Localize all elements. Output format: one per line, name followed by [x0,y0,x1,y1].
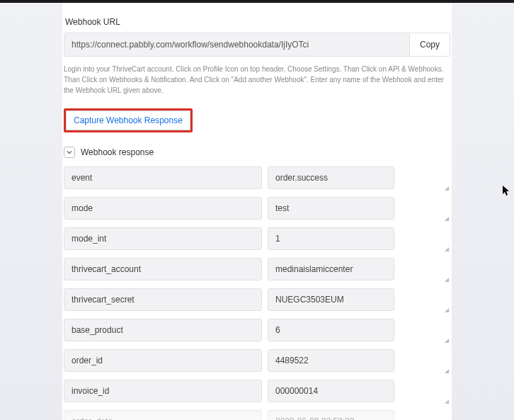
resize-handle-icon [443,368,449,373]
response-title: Webhook response [81,147,154,157]
webhook-url-label: Webhook URL [64,17,450,27]
resize-handle-icon [443,246,449,251]
field-row [64,410,450,420]
webhook-url-row: Copy [64,33,450,57]
field-key-input[interactable] [64,380,262,402]
field-value-input[interactable] [268,258,394,280]
field-key-input[interactable] [64,410,262,420]
field-key-input[interactable] [64,349,262,372]
chevron-down-icon [67,149,72,155]
resize-handle-icon [443,185,449,191]
field-key-input[interactable] [64,166,262,189]
field-value-wrap [268,380,450,405]
main-panel: Webhook URL Copy Login into your ThriveC… [62,3,452,420]
field-key-input[interactable] [64,227,262,250]
field-value-wrap [268,288,450,314]
resize-handle-icon [443,307,449,312]
capture-webhook-button[interactable]: Capture Webhook Response [66,110,190,130]
field-value-wrap [268,349,450,375]
response-fields-grid [64,166,450,420]
resize-handle-icon [443,337,449,343]
field-value-wrap [268,410,450,420]
field-row [64,197,450,222]
copy-button[interactable]: Copy [410,33,450,57]
field-key-input[interactable] [64,288,262,311]
resize-handle-icon [443,276,449,282]
field-key-input[interactable] [64,258,262,280]
response-header: Webhook response [64,147,450,158]
resize-handle-icon [443,398,449,404]
field-row [64,166,450,192]
capture-highlight: Capture Webhook Response [64,108,193,132]
field-row [64,258,450,283]
field-row [64,288,450,314]
field-value-wrap [268,319,450,344]
field-value-input[interactable] [268,319,394,341]
field-key-input[interactable] [64,197,262,220]
resize-handle-icon [443,215,449,221]
field-row [64,319,450,344]
field-value-input[interactable] [268,166,394,189]
field-key-input[interactable] [64,319,262,341]
field-row [64,227,450,253]
field-value-wrap [268,197,450,222]
field-value-wrap [268,166,450,192]
webhook-help-text: Login into your ThriveCart account. Clic… [64,64,450,96]
field-row [64,349,450,375]
webhook-url-input[interactable] [64,33,410,57]
field-value-input[interactable] [268,288,394,311]
collapse-toggle[interactable] [64,147,75,158]
field-value-input[interactable] [268,410,394,420]
field-value-input[interactable] [268,227,394,250]
field-value-wrap [268,227,450,253]
field-value-input[interactable] [268,380,394,402]
field-value-wrap [268,258,450,283]
field-value-input[interactable] [268,349,394,372]
field-value-input[interactable] [268,197,394,220]
field-row [64,380,450,405]
